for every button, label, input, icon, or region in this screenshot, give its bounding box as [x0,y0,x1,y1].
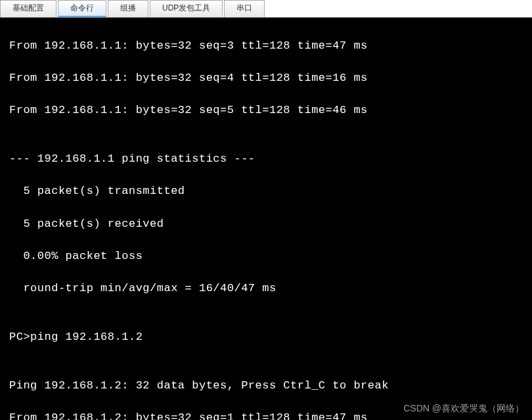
terminal-line: PC>ping 192.168.1.2 [9,329,523,346]
tab-udp-tool[interactable]: UDP发包工具 [150,0,223,17]
tab-command-line[interactable]: 命令行 [58,0,106,17]
tab-basic-config[interactable]: 基础配置 [0,0,56,17]
terminal-output[interactable]: From 192.168.1.1: bytes=32 seq=3 ttl=128… [0,18,532,420]
terminal-line: 5 packet(s) transmitted [9,183,523,200]
terminal-line: Ping 192.168.1.2: 32 data bytes, Press C… [9,378,523,394]
terminal-line: From 192.168.1.1: bytes=32 seq=4 ttl=128… [9,70,523,87]
terminal-line: round-trip min/avg/max = 16/40/47 ms [9,281,523,297]
tab-serial-port[interactable]: 串口 [224,0,265,17]
tab-bar: 基础配置 命令行 组播 UDP发包工具 串口 [0,0,532,18]
terminal-line: 5 packet(s) received [9,216,523,233]
terminal-line: From 192.168.1.1: bytes=32 seq=5 ttl=128… [9,103,523,119]
terminal-line: From 192.168.1.1: bytes=32 seq=3 ttl=128… [9,38,523,55]
watermark: CSDN @喜欢爱哭鬼（网络） [403,403,524,415]
terminal-line: --- 192.168.1.1 ping statistics --- [9,151,523,168]
tab-multicast[interactable]: 组播 [108,0,148,17]
terminal-line: 0.00% packet loss [9,248,523,265]
